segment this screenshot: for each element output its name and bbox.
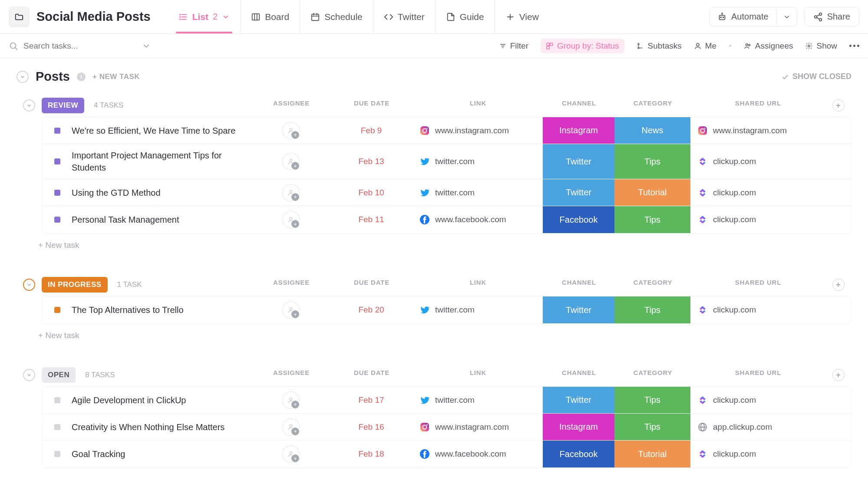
category-cell[interactable]: Tutorial [614, 441, 690, 467]
assignee-cell[interactable] [252, 117, 330, 144]
assignee-cell[interactable] [252, 296, 330, 323]
category-cell[interactable]: Tips [614, 296, 690, 323]
col-header-channel[interactable]: CHANNEL [543, 369, 615, 381]
shared-url-cell[interactable]: clickup.com [690, 206, 825, 233]
assignee-cell[interactable] [252, 206, 330, 233]
category-cell[interactable]: News [614, 117, 690, 144]
status-square[interactable] [54, 217, 60, 223]
info-button[interactable]: i [77, 72, 86, 81]
col-header-assignee[interactable]: ASSIGNEE [252, 99, 330, 112]
channel-cell[interactable]: Instagram [543, 117, 614, 144]
category-cell[interactable]: Tips [614, 206, 690, 233]
task-title[interactable]: We're so Efficient, We Have Time to Spar… [72, 119, 252, 142]
link-cell[interactable]: www.facebook.com [413, 441, 543, 467]
due-date-cell[interactable]: Feb 10 [330, 179, 413, 206]
add-column-button[interactable]: + [825, 369, 851, 381]
channel-cell[interactable]: Facebook [543, 206, 614, 233]
me-button[interactable]: Me [694, 41, 716, 51]
col-header-shared-url[interactable]: SHARED URL [691, 99, 825, 112]
status-chip[interactable]: OPEN [42, 367, 76, 383]
shared-url-cell[interactable]: clickup.com [690, 296, 825, 323]
assignee-placeholder[interactable] [282, 418, 300, 436]
col-header-assignee[interactable]: ASSIGNEE [252, 279, 330, 291]
tab-add-view[interactable]: View [495, 0, 549, 33]
col-header-shared-url[interactable]: SHARED URL [691, 279, 825, 291]
category-cell[interactable]: Tips [614, 387, 690, 413]
shared-url-cell[interactable]: www.instagram.com [690, 117, 825, 144]
assignee-placeholder[interactable] [282, 301, 300, 319]
new-task-button[interactable]: + New task [24, 324, 851, 340]
tab-board[interactable]: Board [240, 0, 300, 33]
assignee-placeholder[interactable] [282, 392, 300, 409]
task-row[interactable]: Agile Development in ClickUp Feb 17 twit… [42, 387, 851, 414]
shared-url-cell[interactable]: clickup.com [690, 144, 825, 179]
assignee-placeholder[interactable] [282, 122, 300, 139]
assignee-cell[interactable] [252, 414, 330, 440]
task-row[interactable]: Important Project Management Tips for St… [42, 144, 851, 179]
col-header-link[interactable]: LINK [413, 369, 543, 381]
link-cell[interactable]: www.instagram.com [413, 414, 543, 440]
status-square[interactable] [54, 128, 60, 134]
col-header-category[interactable]: CATEGORY [615, 369, 691, 381]
task-title[interactable]: Agile Development in ClickUp [72, 389, 252, 411]
chevron-down-icon[interactable] [142, 41, 151, 51]
status-square[interactable] [54, 190, 60, 196]
task-row[interactable]: Creativity is When Nothing Else Matters … [42, 414, 851, 441]
collapse-toggle[interactable] [17, 71, 29, 83]
automate-dropdown[interactable] [776, 9, 797, 25]
link-cell[interactable]: twitter.com [413, 144, 543, 179]
task-row[interactable]: Using the GTD Method Feb 10 twitter.com … [42, 179, 851, 206]
link-cell[interactable]: twitter.com [413, 179, 543, 206]
new-task-header-button[interactable]: + NEW TASK [92, 72, 140, 81]
shared-url-cell[interactable]: clickup.com [690, 441, 825, 467]
col-header-shared-url[interactable]: SHARED URL [691, 369, 825, 381]
task-row[interactable]: We're so Efficient, We Have Time to Spar… [42, 117, 851, 144]
col-header-category[interactable]: CATEGORY [615, 99, 691, 112]
assignee-placeholder[interactable] [282, 445, 300, 463]
task-title[interactable]: Goal Tracking [72, 443, 252, 465]
link-cell[interactable]: www.facebook.com [413, 206, 543, 233]
col-header-channel[interactable]: CHANNEL [543, 99, 615, 112]
due-date-cell[interactable]: Feb 11 [330, 206, 413, 233]
task-row[interactable]: Goal Tracking Feb 18 www.facebook.com Fa… [42, 441, 851, 467]
due-date-cell[interactable]: Feb 20 [330, 296, 413, 323]
folder-button[interactable] [9, 7, 30, 27]
task-row[interactable]: The Top Alternatives to Trello Feb 20 tw… [42, 296, 851, 323]
tab-schedule[interactable]: Schedule [300, 0, 373, 33]
due-date-cell[interactable]: Feb 13 [330, 144, 413, 179]
channel-cell[interactable]: Instagram [543, 414, 614, 440]
link-cell[interactable]: www.instagram.com [413, 117, 543, 144]
due-date-cell[interactable]: Feb 18 [330, 441, 413, 467]
new-task-button[interactable]: + New task [24, 234, 851, 250]
add-column-button[interactable]: + [825, 279, 851, 291]
link-cell[interactable]: twitter.com [413, 296, 543, 323]
subtasks-button[interactable]: Subtasks [637, 41, 682, 51]
filter-button[interactable]: Filter [499, 41, 528, 51]
automate-button[interactable]: Automate [709, 7, 797, 26]
link-cell[interactable]: twitter.com [413, 387, 543, 413]
col-header-due-date[interactable]: DUE DATE [330, 369, 413, 381]
status-square[interactable] [54, 424, 60, 430]
share-button[interactable]: Share [804, 7, 859, 26]
group-collapse-toggle[interactable] [23, 369, 35, 381]
assignee-cell[interactable] [252, 441, 330, 467]
group-collapse-toggle[interactable] [23, 279, 35, 291]
assignee-cell[interactable] [252, 179, 330, 206]
task-title[interactable]: Using the GTD Method [72, 181, 252, 204]
task-row[interactable]: Personal Task Management Feb 11 www.face… [42, 206, 851, 233]
col-header-channel[interactable]: CHANNEL [543, 279, 615, 291]
group-collapse-toggle[interactable] [23, 99, 35, 112]
category-cell[interactable]: Tips [614, 414, 690, 440]
tab-list[interactable]: List 2 [168, 0, 240, 33]
assignee-placeholder[interactable] [282, 153, 300, 170]
group-by-button[interactable]: Group by: Status [541, 39, 624, 53]
add-column-button[interactable]: + [825, 99, 851, 112]
status-square[interactable] [54, 158, 60, 165]
due-date-cell[interactable]: Feb 17 [330, 387, 413, 413]
col-header-category[interactable]: CATEGORY [615, 279, 691, 291]
task-title[interactable]: Personal Task Management [72, 208, 252, 231]
assignee-cell[interactable] [252, 387, 330, 413]
task-title[interactable]: Important Project Management Tips for St… [72, 144, 252, 179]
col-header-link[interactable]: LINK [413, 99, 543, 112]
search-input[interactable] [23, 41, 136, 51]
